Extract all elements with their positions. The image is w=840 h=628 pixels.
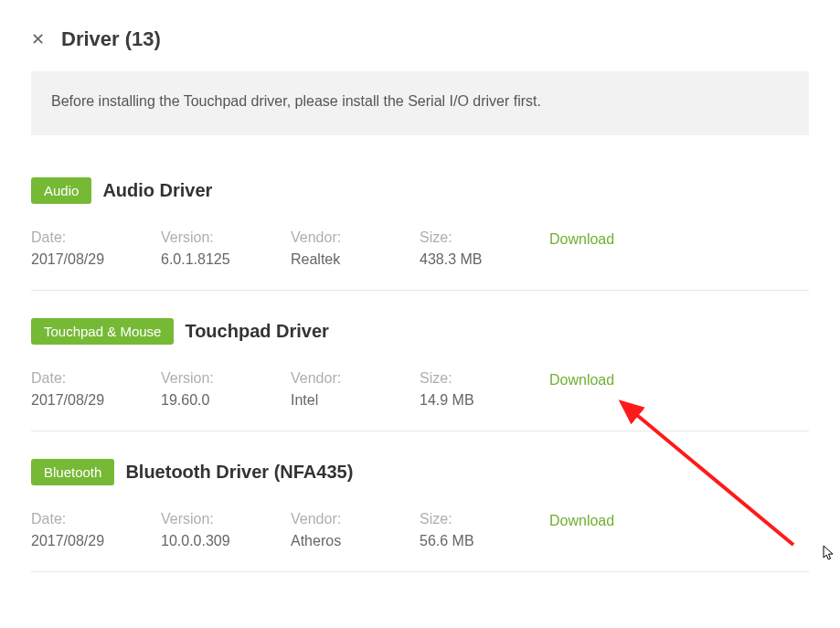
- size-value: 438.3 MB: [420, 251, 549, 268]
- driver-title: Touchpad Driver: [185, 321, 328, 342]
- driver-title: Bluetooth Driver (NFA435): [125, 462, 353, 483]
- vendor-value: Intel: [291, 392, 420, 409]
- driver-title: Audio Driver: [102, 180, 212, 201]
- version-label: Version:: [161, 370, 291, 387]
- notice-text: Before installing the Touchpad driver, p…: [51, 93, 541, 109]
- date-value: 2017/08/29: [31, 251, 161, 268]
- section-header: ✕ Driver (13): [31, 27, 809, 51]
- size-label: Size:: [420, 511, 549, 527]
- notice-banner: Before installing the Touchpad driver, p…: [31, 71, 809, 135]
- version-value: 6.0.1.8125: [161, 251, 291, 268]
- close-icon[interactable]: ✕: [31, 31, 45, 48]
- category-badge: Touchpad & Mouse: [31, 318, 174, 345]
- size-value: 56.6 MB: [420, 533, 549, 549]
- category-badge: Bluetooth: [31, 459, 114, 485]
- driver-item: Touchpad & Mouse Touchpad Driver Date: 2…: [31, 318, 809, 431]
- category-badge: Audio: [31, 177, 91, 204]
- size-label: Size:: [420, 229, 549, 246]
- date-label: Date:: [31, 370, 161, 387]
- vendor-value: Realtek: [291, 251, 420, 268]
- date-value: 2017/08/29: [31, 392, 161, 409]
- date-label: Date:: [31, 511, 161, 527]
- version-label: Version:: [161, 229, 291, 246]
- date-label: Date:: [31, 229, 161, 246]
- version-value: 10.0.0.309: [161, 533, 291, 549]
- version-label: Version:: [161, 511, 291, 527]
- date-value: 2017/08/29: [31, 533, 161, 549]
- vendor-label: Vendor:: [291, 370, 420, 387]
- size-value: 14.9 MB: [420, 392, 549, 409]
- vendor-label: Vendor:: [291, 511, 420, 527]
- download-link[interactable]: Download: [549, 229, 614, 248]
- version-value: 19.60.0: [161, 392, 291, 409]
- driver-item: Audio Audio Driver Date: 2017/08/29 Vers…: [31, 177, 809, 291]
- driver-item: Bluetooth Bluetooth Driver (NFA435) Date…: [31, 459, 809, 572]
- download-link[interactable]: Download: [549, 370, 614, 389]
- section-title: Driver (13): [61, 27, 161, 51]
- vendor-value: Atheros: [291, 533, 420, 549]
- download-link[interactable]: Download: [549, 511, 614, 529]
- size-label: Size:: [420, 370, 549, 387]
- vendor-label: Vendor:: [291, 229, 420, 246]
